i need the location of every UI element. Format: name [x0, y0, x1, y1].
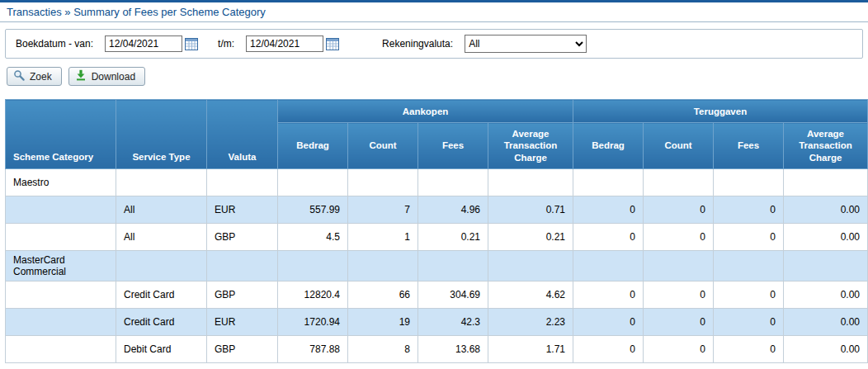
table-cell: 0: [644, 336, 714, 363]
table-row: AllEUR557.9974.960.710000.00: [6, 196, 868, 224]
table-cell: [207, 251, 278, 281]
scheme-category-cell: [6, 224, 116, 251]
col-header-count: Count: [348, 123, 418, 169]
table-cell: [573, 251, 644, 281]
group-header-teruggaven: Teruggaven: [573, 100, 868, 123]
download-button[interactable]: Download: [68, 67, 145, 86]
table-cell: Debit Card: [116, 336, 207, 363]
table-cell: [644, 251, 714, 281]
table-cell: 0: [714, 224, 784, 251]
table-cell: [348, 251, 418, 281]
zoek-button-label: Zoek: [30, 71, 52, 83]
table-cell: [116, 251, 207, 281]
toolbar: Zoek Download: [7, 67, 863, 86]
date-to-label: t/m:: [218, 38, 234, 50]
calendar-icon[interactable]: [326, 38, 339, 50]
table-cell: 2.23: [488, 309, 573, 336]
table-cell: 0: [644, 309, 714, 336]
table-cell: [488, 251, 573, 281]
group-header-aankopen: Aankopen: [278, 100, 573, 123]
date-from-label: Boekdatum - van:: [16, 38, 93, 50]
table-cell: 0: [714, 309, 784, 336]
col-header-count: Count: [644, 123, 714, 169]
search-icon: [13, 69, 25, 83]
zoek-button[interactable]: Zoek: [7, 67, 62, 86]
col-header-avg-charge: Average Transaction Charge: [488, 123, 573, 169]
table-cell: 42.3: [418, 309, 488, 336]
col-header-service-type: Service Type: [116, 100, 207, 169]
table-row: Debit CardGBP787.88813.681.710000.00: [6, 336, 868, 363]
table-cell: 0.00: [784, 336, 868, 363]
breadcrumb[interactable]: Transacties » Summary of Fees per Scheme…: [0, 2, 868, 22]
download-button-label: Download: [92, 71, 135, 83]
table-cell: [714, 169, 784, 196]
table-cell: 66: [348, 281, 418, 309]
table-cell: 0.00: [784, 281, 868, 309]
table-cell: [348, 169, 418, 196]
page: Transacties » Summary of Fees per Scheme…: [0, 0, 868, 363]
table-cell: 0: [573, 196, 644, 224]
table-row: Credit CardGBP12820.466304.694.620000.00: [6, 281, 868, 309]
table-cell: [278, 251, 348, 281]
table-cell: 0: [714, 281, 784, 309]
filter-panel: Boekdatum - van: t/m:: [5, 29, 863, 59]
table-cell: [784, 169, 868, 196]
table-cell: 13.68: [418, 336, 488, 363]
table-cell: 0: [573, 336, 644, 363]
table-cell: [573, 169, 644, 196]
scheme-category-cell: [6, 196, 116, 224]
table-cell: 0: [644, 281, 714, 309]
table-cell: EUR: [207, 309, 278, 336]
table-cell: [116, 169, 207, 196]
table-cell: 304.69: [418, 281, 488, 309]
table-cell: 557.99: [278, 196, 348, 224]
table-cell: 1.71: [488, 336, 573, 363]
table-cell: 0.21: [488, 224, 573, 251]
table-cell: GBP: [207, 281, 278, 309]
scheme-category-cell: [6, 336, 116, 363]
date-to-input[interactable]: [246, 35, 323, 52]
table-cell: 7: [348, 196, 418, 224]
table-row: MasterCard Commercial: [6, 251, 868, 281]
table-header: Scheme Category Service Type Valuta Aank…: [6, 100, 868, 169]
table-cell: 0.00: [784, 309, 868, 336]
table-cell: 0: [644, 224, 714, 251]
table-cell: 12820.4: [278, 281, 348, 309]
table-cell: 0: [714, 336, 784, 363]
table-cell: [207, 169, 278, 196]
col-header-fees: Fees: [418, 123, 488, 169]
table-cell: GBP: [207, 224, 278, 251]
table-cell: 0: [644, 196, 714, 224]
scheme-category-cell: Maestro: [6, 169, 116, 196]
table-cell: 0.00: [784, 224, 868, 251]
date-from-input[interactable]: [105, 35, 182, 52]
table-cell: EUR: [207, 196, 278, 224]
table-cell: [644, 169, 714, 196]
col-header-bedrag: Bedrag: [278, 123, 348, 169]
table-cell: [488, 169, 573, 196]
table-cell: Credit Card: [116, 309, 207, 336]
table-cell: All: [116, 196, 207, 224]
table-cell: 0: [573, 281, 644, 309]
col-header-scheme-category: Scheme Category: [6, 100, 116, 169]
table-cell: All: [116, 224, 207, 251]
table-row: Credit CardEUR1720.941942.32.230000.00: [6, 309, 868, 336]
currency-label: Rekeningvaluta:: [382, 38, 453, 50]
table-cell: 8: [348, 336, 418, 363]
table-cell: 4.5: [278, 224, 348, 251]
table-cell: 0.21: [418, 224, 488, 251]
col-header-fees: Fees: [714, 123, 784, 169]
table-cell: GBP: [207, 336, 278, 363]
col-header-avg-charge: Average Transaction Charge: [784, 123, 868, 169]
table-cell: 1720.94: [278, 309, 348, 336]
col-header-bedrag: Bedrag: [573, 123, 644, 169]
table-cell: Credit Card: [116, 281, 207, 309]
currency-select[interactable]: All: [465, 35, 587, 53]
calendar-icon[interactable]: [185, 38, 198, 50]
table-row: AllGBP4.510.210.210000.00: [6, 224, 868, 251]
scheme-category-cell: [6, 281, 116, 309]
table-row: Maestro: [6, 169, 868, 196]
table-cell: [278, 169, 348, 196]
table-cell: 0: [573, 309, 644, 336]
table-cell: 4.96: [418, 196, 488, 224]
